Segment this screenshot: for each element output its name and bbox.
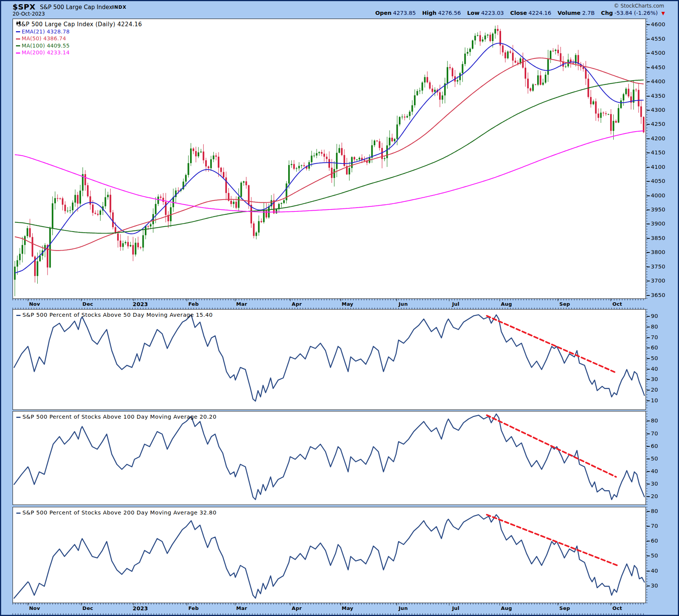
month-tick (558, 299, 558, 301)
y-tick-label: 50 (647, 552, 658, 559)
y-tick-label: 3650 (647, 292, 665, 298)
y-tick-label: 30 (647, 481, 658, 487)
y-tick-label: 4300 (647, 107, 665, 113)
ema21-line-swatch (16, 31, 20, 32)
month-tick (611, 603, 611, 605)
month-tick (341, 299, 341, 301)
month-tick (290, 603, 290, 605)
y-tick-label: 70 (647, 334, 658, 340)
open-label: Open (375, 10, 392, 16)
month-label: 2023 (133, 301, 148, 307)
month-tick (500, 603, 500, 605)
month-label: Jul (452, 301, 459, 307)
price-y-axis: 3650370037503800385039003950400040504100… (646, 19, 679, 299)
y-tick-label: 30 (647, 376, 658, 382)
ma50-label: MA(50) 4386.74 (22, 35, 66, 41)
chg-down-triangle-icon: ▼ (662, 11, 665, 16)
y-tick-label: 20 (647, 493, 658, 499)
p100-y-axis: 20304050607080 (646, 411, 679, 505)
ma100-label: MA(100) 4409.55 (22, 43, 70, 49)
copyright-label: © StockCharts.com (614, 3, 664, 9)
close-label: Close (510, 10, 527, 16)
p50-y-axis: 102030405060708090 (646, 309, 679, 410)
month-tick (235, 299, 235, 301)
percent-above-200dma-panel: S&P 500 Percent of Stocks Above 200 Day … (13, 507, 646, 603)
month-tick (449, 299, 449, 301)
low-label: Low (467, 10, 480, 16)
y-tick-label: 70 (647, 430, 658, 437)
month-tick (187, 299, 187, 301)
y-tick-label: 3950 (647, 206, 665, 213)
ma100-line-swatch (16, 45, 20, 46)
y-tick-label: 3850 (647, 235, 665, 241)
high-label: High (422, 10, 436, 16)
month-label: Feb (188, 605, 198, 611)
month-label: Sep (559, 301, 570, 307)
y-tick-label: 4200 (647, 135, 665, 141)
p200-y-axis: 304050607080 (646, 507, 679, 603)
y-tick-label: 3900 (647, 221, 665, 227)
month-tick (611, 299, 611, 301)
quote-bar: Open4273.85 High4276.56 Low4223.03 Close… (371, 10, 665, 16)
y-tick-label: 4450 (647, 64, 665, 70)
month-tick (500, 299, 500, 301)
index-name: S&P 500 Large Cap Index (40, 4, 113, 11)
y-tick-label: 3800 (647, 249, 665, 255)
month-tick (81, 603, 81, 605)
indicator-line-swatch (16, 417, 21, 418)
percent-above-200dma-text: S&P 500 Percent of Stocks Above 200 Day … (22, 510, 217, 516)
legend-ma200: MA(200) 4233.14 (16, 49, 142, 56)
y-tick-label: 70 (647, 523, 658, 529)
percent-above-200dma-title: S&P 500 Percent of Stocks Above 200 Day … (16, 510, 217, 516)
date-axis-top: NovDec2023FebMarAprMayJunJulAugSepOct (13, 299, 646, 309)
y-tick-label: 3700 (647, 278, 665, 284)
low-value: 4223.03 (481, 10, 504, 16)
y-tick-label: 4500 (647, 50, 665, 56)
y-tick-label: 40 (647, 468, 658, 474)
legend-ma100: MA(100) 4409.55 (16, 42, 142, 49)
y-tick-label: 40 (647, 366, 658, 372)
close-value: 4224.16 (528, 10, 551, 16)
percent-above-100dma-chart (13, 411, 646, 505)
month-tick (28, 603, 28, 605)
y-tick-label: 80 (647, 324, 658, 330)
percent-above-200dma-chart (13, 507, 646, 603)
y-tick-label: 90 (647, 313, 658, 319)
y-tick-label: 40 (647, 568, 658, 574)
date-axis-bottom: NovDec2023FebMarAprMayJunJulAugSepOct (13, 603, 646, 615)
month-tick (341, 603, 341, 605)
month-tick (449, 603, 449, 605)
month-label: Sep (559, 605, 570, 611)
month-label: Nov (29, 301, 40, 307)
y-tick-label: 10 (647, 397, 658, 403)
month-label: May (342, 301, 354, 307)
y-tick-label: 3750 (647, 264, 665, 270)
y-tick-label: 4000 (647, 192, 665, 198)
y-tick-label: 4150 (647, 149, 665, 156)
month-tick (397, 299, 397, 301)
volume-label: Volume (558, 10, 581, 16)
y-tick-label: 50 (647, 456, 658, 462)
stockcharts-page: $SPX S&P 500 Large Cap Index INDX 20-Oct… (0, 0, 679, 616)
legend-ema21: EMA(21) 4328.78 (16, 28, 142, 35)
month-label: Dec (82, 301, 93, 307)
chg-value: -53.84 (-1.26%) (614, 10, 658, 16)
percent-above-50dma-text: S&P 500 Percent of Stocks Above 50 Day M… (22, 312, 213, 318)
ticker-symbol: $SPX (13, 2, 35, 11)
month-label: Feb (188, 301, 198, 307)
month-tick (187, 603, 187, 605)
y-tick-label: 80 (647, 418, 658, 424)
month-tick (235, 603, 235, 605)
month-tick (558, 603, 558, 605)
y-tick-label: 30 (647, 583, 658, 589)
exchange-label: INDX (112, 5, 127, 10)
chg-label: Chg (601, 10, 613, 16)
month-label: Oct (612, 301, 622, 307)
y-tick-label: 60 (647, 345, 658, 351)
y-tick-label: 60 (647, 538, 658, 544)
ma50-line-swatch (16, 38, 20, 40)
y-tick-label: 4250 (647, 121, 665, 127)
open-value: 4273.85 (393, 10, 416, 16)
y-tick-label: 4550 (647, 36, 665, 42)
month-label: Jul (452, 605, 459, 611)
